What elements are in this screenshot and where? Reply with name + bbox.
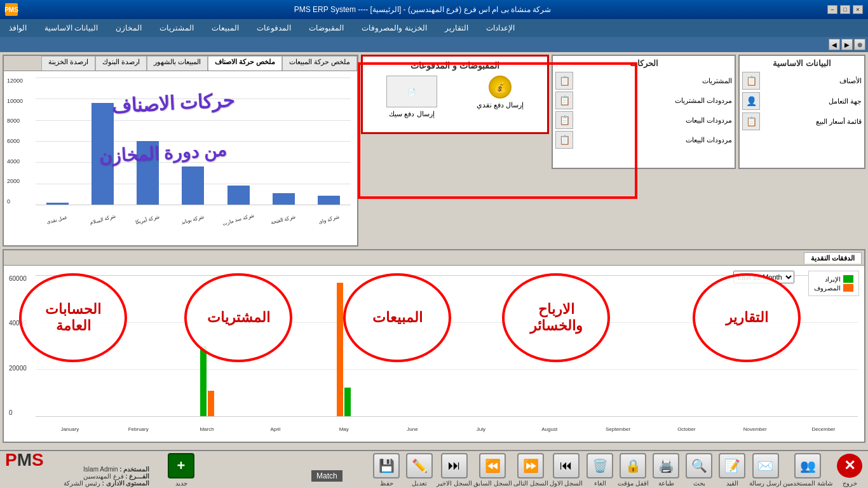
maqboodat-label-1: إرسال دفع نقدي <box>477 101 524 109</box>
legend-color-revenue <box>843 275 853 283</box>
btn-prev-label: السجل السابق <box>473 480 512 487</box>
bar-revenue-mar <box>200 346 207 416</box>
menu-item-treasury[interactable]: الخزينة والمصروفات <box>358 22 430 34</box>
harakat-item-purchases[interactable]: المشتريات 📋 <box>555 72 732 90</box>
btn-cancel[interactable]: 🗑️ الغاء <box>584 453 616 487</box>
new-icon: + <box>168 453 194 478</box>
toolbar-btn-1[interactable]: ◀ <box>829 39 840 50</box>
btn-new[interactable]: + جديد <box>165 453 197 487</box>
cashflow-tabs: الدفقات النقدية <box>4 250 864 266</box>
bar-rect <box>227 186 250 205</box>
chart-panel: ملخص حركة المبيعات ملخص حركة الاصناف الم… <box>3 55 358 247</box>
harakat-item-sales-returns-2[interactable]: مردودات البيعات 📋 <box>555 131 732 149</box>
tab-items-movement[interactable]: ملخص حركة الاصناف <box>208 56 282 71</box>
maqboodat-items: 💰 إرسال دفع نقدي 📄 إرسال دفع سيك <box>367 76 543 118</box>
toolbar-btn-3[interactable]: ⊕ <box>854 39 865 50</box>
tab-cashflow[interactable]: الدفقات النقدية <box>804 252 862 264</box>
btn-exit[interactable]: ✕ خروج <box>834 453 865 487</box>
basic-label-items: الأصناف <box>839 77 862 85</box>
cf-bars-container: January February March <box>36 275 858 416</box>
btn-users[interactable]: 👥 شاشة المستخدمين <box>783 453 832 487</box>
maximize-button[interactable]: □ <box>840 5 850 14</box>
menu-item-payments[interactable]: المدفوعات <box>253 22 295 34</box>
basic-item-contacts[interactable]: جهة التعامل 👤 <box>742 92 862 110</box>
legend-expense: المصروف <box>814 284 853 292</box>
cf-filter-select[interactable]: Last 12 Month Last 6 Month This Year <box>733 271 794 283</box>
harakat-item-sales-returns[interactable]: مردودات البيعات 📋 <box>555 111 732 129</box>
prev-icon: ⏪ <box>479 453 506 478</box>
menu-item-settings[interactable]: الإعدادات <box>482 22 519 34</box>
cf-month-jun: June <box>378 275 447 416</box>
basic-icon-prices: 📋 <box>742 112 760 130</box>
menu-item-sales[interactable]: المبيعات <box>208 22 243 34</box>
menu-item-receipts[interactable]: المقبوضات <box>305 22 348 34</box>
btn-print[interactable]: 🖨️ طباعة <box>650 453 682 487</box>
basic-item-items[interactable]: الأصناف 📋 <box>742 72 862 90</box>
harakat-label-sales-returns-2: مردودات البيعات <box>686 136 732 144</box>
minimize-button[interactable]: − <box>827 5 837 14</box>
tab-monthly-sales[interactable]: المبيعات بالشهور <box>147 56 208 71</box>
harakat-item-purchase-returns[interactable]: مردودات المشتريات 📋 <box>555 92 732 109</box>
tab-sales-movement[interactable]: ملخص حركة المبيعات <box>282 56 357 71</box>
basic-data-title: البيانات الاساسية <box>742 58 862 68</box>
menu-item-warehouses[interactable]: المخازن <box>112 22 146 34</box>
coin-icon-1: 💰 <box>489 76 512 98</box>
maqboodat-item-1[interactable]: 💰 إرسال دفع نقدي <box>477 76 524 118</box>
month-label-jun: June <box>407 426 417 432</box>
bar-expense-mar <box>208 391 214 416</box>
month-label-jul: July <box>477 426 485 432</box>
y-cf-60000: 60000 <box>9 275 27 282</box>
edit-icon: ✏️ <box>406 453 433 478</box>
pms-logo: PMS <box>5 450 44 470</box>
last-icon: ⏭ <box>441 453 468 478</box>
maqboodat-item-2[interactable]: 📄 إرسال دفع سيك <box>386 76 437 118</box>
cf-month-jul: July <box>447 275 515 416</box>
btn-message-label: ارسل رسالة <box>749 480 782 487</box>
menu-item-purchases[interactable]: المشتريات <box>156 22 198 34</box>
bottom-toolbar: المستخدم : Islam Admin الفـــرع : فرع ال… <box>0 450 868 488</box>
chart-tabs: ملخص حركة المبيعات ملخص حركة الاصناف الم… <box>4 56 357 71</box>
btn-edit[interactable]: ✏️ تعديل <box>403 453 435 487</box>
cf-y-axis: 0 20000 40000 60000 <box>9 275 27 416</box>
toolbar-btn-2[interactable]: ▶ <box>841 39 853 50</box>
close-button[interactable]: × <box>853 5 863 14</box>
btn-entry[interactable]: 📝 القيد <box>716 453 748 487</box>
menu-item-basic-data[interactable]: البيانات الاساسية <box>41 22 102 34</box>
cf-month-may: May <box>309 275 378 416</box>
btn-save-label: حفظ <box>380 480 393 487</box>
legend-revenue: الإيراد <box>814 275 853 283</box>
month-label-nov: November <box>743 426 767 432</box>
bar-america: شركة أمريكا <box>126 141 170 205</box>
tab-bank-balance[interactable]: ارصدة البنوك <box>95 56 147 71</box>
btn-prev[interactable]: ⏪ السجل السابق <box>473 453 512 487</box>
month-label-oct: October <box>677 426 695 432</box>
harakat-icon-sales-returns-2: 📋 <box>555 131 573 149</box>
btn-save[interactable]: 💾 حفظ <box>370 453 402 487</box>
cf-month-nov: November <box>721 275 789 416</box>
btn-first[interactable]: ⏮ السجل الاول <box>550 453 583 487</box>
month-label-feb: February <box>128 426 149 432</box>
btn-first-label: السجل الاول <box>550 480 583 487</box>
month-label-jan: January <box>61 426 79 432</box>
bar-salaam: شركة السلام <box>81 103 125 205</box>
btn-lock[interactable]: 🔒 اقفل مؤقت <box>617 453 649 487</box>
basic-item-prices[interactable]: قائمة أسعار البيع 📋 <box>742 112 862 130</box>
month-label-apr: April <box>270 426 280 432</box>
tab-treasury-balance[interactable]: ارصدة الخزينة <box>41 56 95 71</box>
cf-filter-container[interactable]: Last 12 Month Last 6 Month This Year <box>733 271 794 283</box>
first-icon: ⏮ <box>553 453 580 478</box>
cf-month-apr: April <box>241 275 309 416</box>
menu-item-reports[interactable]: التقارير <box>441 22 472 34</box>
btn-print-label: طباعة <box>658 480 674 487</box>
window-controls[interactable]: − □ × <box>827 5 863 14</box>
btn-message[interactable]: ✉️ ارسل رسالة <box>749 453 782 487</box>
title-bar: PMS PMS ERP System ---- شركة منشاة بى ام… <box>0 0 868 19</box>
btn-search[interactable]: 🔍 بحث <box>683 453 715 487</box>
month-label-aug: August <box>541 426 557 432</box>
btn-last[interactable]: ⏭ السجل الاخير <box>437 453 472 487</box>
btn-next[interactable]: ⏩ السجل التالى <box>513 453 548 487</box>
menu-item-windows[interactable]: الوافذ <box>5 22 31 34</box>
basic-label-contacts: جهة التعامل <box>829 97 862 105</box>
search-icon: 🔍 <box>686 453 712 478</box>
month-label-sep: September <box>606 426 630 432</box>
